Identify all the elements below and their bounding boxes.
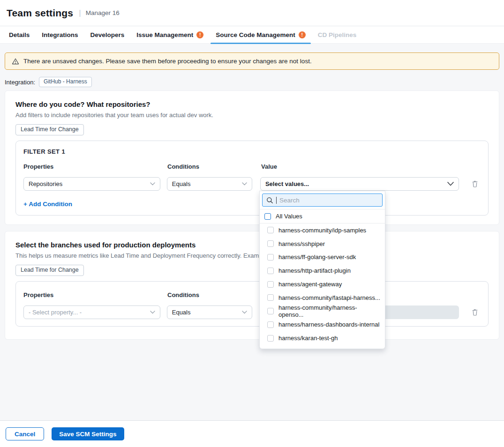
- text-cursor: [276, 197, 277, 204]
- option-label: harness/ff-golang-server-sdk: [278, 253, 356, 261]
- checkbox-icon[interactable]: [267, 281, 274, 288]
- branches-card-title: Select the branches used for production …: [15, 241, 489, 249]
- tab-issue-management[interactable]: Issue Management !: [130, 26, 210, 44]
- tab-developers[interactable]: Developers: [84, 26, 131, 44]
- alert-badge-icon: !: [196, 31, 203, 38]
- tab-cd-pipelines: CD Pipelines: [312, 26, 363, 44]
- dropdown-option[interactable]: harness/karan-test-gh: [260, 331, 385, 345]
- search-placeholder: Search: [279, 197, 300, 204]
- checkbox-icon[interactable]: [267, 268, 274, 274]
- all-values-label: All Values: [276, 213, 302, 220]
- checkbox-icon[interactable]: [267, 308, 274, 314]
- checkbox-icon[interactable]: [267, 349, 274, 349]
- conditions-select-value: Equals: [172, 180, 191, 187]
- tab-integrations[interactable]: Integrations: [36, 26, 84, 44]
- page-title: Team settings: [7, 7, 73, 19]
- chevron-down-icon: [150, 182, 155, 186]
- chevron-down-icon: [447, 182, 454, 186]
- filter-set-title: FILTER SET 1: [23, 148, 481, 155]
- integration-chip[interactable]: GitHub - Harness: [39, 77, 92, 87]
- dropdown-option[interactable]: harness/harness-dashboards-internal: [260, 318, 385, 332]
- delete-condition-button[interactable]: [469, 307, 481, 318]
- tab-bar: Details Integrations Developers Issue Ma…: [0, 26, 504, 44]
- tab-details[interactable]: Details: [3, 26, 36, 44]
- checkbox-icon[interactable]: [267, 254, 274, 261]
- cancel-button[interactable]: Cancel: [6, 427, 44, 440]
- add-condition-link[interactable]: + Add Condition: [23, 201, 72, 208]
- branches-card: Select the branches used for production …: [5, 231, 499, 340]
- conditions-select-value: Equals: [172, 309, 191, 316]
- checkbox-icon[interactable]: [267, 240, 274, 247]
- repositories-card-subtitle: Add filters to include repositories that…: [15, 112, 489, 119]
- option-label: harness/internal-api-dashboard: [278, 348, 363, 349]
- filter-column-labels: Properties Conditions Value: [23, 163, 481, 170]
- option-label: harness/harness-dashboards-internal: [278, 321, 379, 328]
- properties-column-label: Properties: [23, 163, 161, 170]
- checkbox-icon[interactable]: [267, 294, 274, 301]
- delete-condition-button[interactable]: [469, 179, 481, 190]
- option-label: harness/sshpiper: [278, 240, 325, 247]
- chevron-down-icon: [150, 311, 155, 314]
- conditions-column-label: Conditions: [167, 291, 253, 298]
- option-label: harness/agent-gateway: [278, 281, 342, 288]
- checkbox-icon[interactable]: [267, 227, 274, 233]
- tab-label: Integrations: [42, 31, 78, 38]
- option-label: harness-community/idp-samples: [278, 227, 366, 234]
- warning-icon: [12, 58, 19, 65]
- option-label: harness/karan-test-gh: [278, 335, 338, 342]
- value-multiselect[interactable]: Select values...: [260, 177, 459, 191]
- save-scm-settings-button[interactable]: Save SCM Settings: [52, 427, 124, 440]
- conditions-select[interactable]: Equals: [167, 177, 252, 191]
- option-label: harness-community/harness-openso...: [278, 304, 380, 318]
- conditions-column-label: Conditions: [167, 163, 253, 170]
- option-label: harness/http-artifact-plugin: [278, 267, 351, 274]
- dropdown-option[interactable]: harness/http-artifact-plugin: [260, 264, 385, 277]
- checkbox-icon[interactable]: [267, 335, 274, 342]
- all-values-option[interactable]: All Values: [260, 209, 385, 224]
- repositories-card-title: Where do you code? What repositories?: [15, 100, 489, 108]
- tab-label: Details: [9, 31, 30, 38]
- search-input[interactable]: Search: [262, 194, 383, 207]
- integration-row: Integration: GitHub - Harness: [5, 77, 92, 87]
- tab-label: CD Pipelines: [318, 31, 357, 38]
- lead-time-chip: Lead Time for Change: [15, 265, 84, 276]
- dropdown-option[interactable]: harness/sshpiper: [260, 237, 385, 251]
- team-name-label: Manager 16: [86, 9, 120, 16]
- tab-label: Issue Management: [136, 31, 193, 38]
- properties-select[interactable]: Repositories: [23, 177, 160, 191]
- filter-column-labels: Properties Conditions: [23, 291, 481, 298]
- integration-label: Integration:: [5, 79, 35, 86]
- dropdown-option[interactable]: harness/internal-api-dashboard: [260, 345, 385, 349]
- unsaved-changes-banner: There are unsaved changes. Please save t…: [5, 52, 499, 70]
- properties-select[interactable]: - Select property... -: [23, 305, 160, 319]
- footer-action-bar: Cancel Save SCM Settings: [0, 420, 504, 447]
- dropdown-option[interactable]: harness-community/harness-openso...: [260, 305, 385, 318]
- dropdown-option[interactable]: harness-community/idp-samples: [260, 224, 385, 237]
- properties-select-placeholder: - Select property... -: [29, 309, 82, 316]
- lead-time-chip: Lead Time for Change: [15, 124, 84, 135]
- value-column-label: Value: [261, 163, 461, 170]
- tab-label: Developers: [90, 31, 125, 38]
- chevron-down-icon: [242, 311, 247, 314]
- dropdown-option[interactable]: harness-community/fastapi-harness...: [260, 291, 385, 305]
- checkbox-icon[interactable]: [267, 321, 274, 328]
- branches-card-subtitle: This helps us measure metrics like Lead …: [15, 252, 489, 259]
- filter-controls-row: Repositories Equals Select values...: [23, 177, 481, 191]
- alert-badge-icon: !: [299, 31, 306, 38]
- branches-filter-box: Properties Conditions - Select property.…: [15, 281, 489, 327]
- repositories-card: Where do you code? What repositories? Ad…: [5, 90, 499, 225]
- tab-source-code-management[interactable]: Source Code Management !: [210, 26, 312, 44]
- dropdown-option[interactable]: harness/agent-gateway: [260, 277, 385, 291]
- filter-controls-row: - Select property... - Equals: [23, 305, 481, 319]
- checkbox-icon[interactable]: [264, 213, 271, 220]
- search-icon: [266, 197, 273, 204]
- filter-set-1-box: FILTER SET 1 Properties Conditions Value…: [15, 141, 489, 216]
- banner-text: There are unsaved changes. Please save t…: [23, 58, 312, 65]
- tab-label: Source Code Management: [216, 31, 295, 38]
- chevron-down-icon: [242, 182, 247, 186]
- title-divider: |: [79, 8, 81, 18]
- page-header: Team settings | Manager 16: [0, 0, 504, 26]
- dropdown-option[interactable]: harness/ff-golang-server-sdk: [260, 251, 385, 264]
- dropdown-search-wrap: Search: [260, 191, 385, 209]
- conditions-select[interactable]: Equals: [167, 305, 252, 319]
